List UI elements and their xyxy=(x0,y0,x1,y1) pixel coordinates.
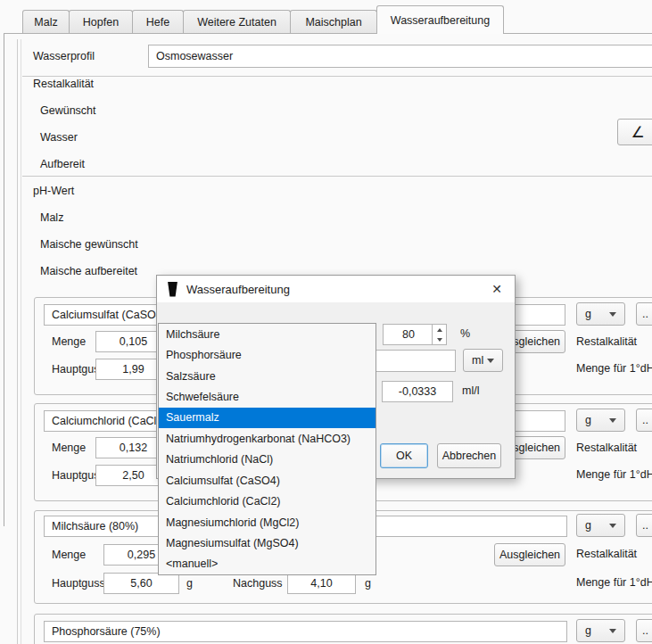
list-item[interactable]: Magnesiumsulfat (MgSO4) xyxy=(159,533,376,553)
wasserprofil-label: Wasserprofil xyxy=(33,50,95,63)
tab-label: Hopfen xyxy=(83,16,119,29)
addition-name: Calciumchlorid (CaCl2) xyxy=(52,415,167,427)
row-maische-gewuenscht-label: Maische gewünscht xyxy=(40,238,138,252)
list-item[interactable]: Magnesiumchlorid (MgCl2) xyxy=(159,512,376,533)
angle-adjust-button[interactable]: ∠ xyxy=(617,119,652,145)
list-item[interactable]: Calciumsulfat (CaSO4) xyxy=(159,470,376,491)
per-liter-field[interactable]: -0,0333 xyxy=(382,381,453,402)
list-item[interactable]: Natriumhydrogenkarbonat (NaHCO3) xyxy=(159,428,376,449)
per-liter-unit-label: ml/l xyxy=(462,384,479,398)
cancel-label: Abbrechen xyxy=(442,450,496,462)
menge-value: 0,132 xyxy=(120,442,147,454)
more-label: .. xyxy=(642,624,648,637)
scroll-area-border xyxy=(17,39,18,644)
tab-weitere-zutaten[interactable]: Weitere Zutaten xyxy=(183,10,291,33)
angle-icon: ∠ xyxy=(631,123,644,142)
more-button[interactable]: .. xyxy=(636,302,652,326)
row-aufbereit-label: Aufbereit xyxy=(40,158,85,171)
list-item[interactable]: Schwefelsäure xyxy=(159,386,376,407)
ausgleichen-button[interactable]: Ausgleichen xyxy=(494,543,565,566)
menge-value: 0,105 xyxy=(120,335,147,348)
unit-value: g xyxy=(585,519,591,532)
row-malz-label: Malz xyxy=(40,211,63,225)
addition-name: Milchsäure (80%) xyxy=(52,520,138,533)
more-button[interactable]: .. xyxy=(636,514,652,537)
list-item[interactable]: Calciumchlorid (CaCl2) xyxy=(159,491,376,511)
addition-name: Phosphorsäure (75%) xyxy=(52,625,161,638)
tab-wasseraufbereitung[interactable]: Wasseraufbereitung xyxy=(376,5,504,34)
ok-button[interactable]: OK xyxy=(380,443,428,468)
tabbar-baseline xyxy=(4,33,652,34)
percent-spinbox[interactable]: 80 xyxy=(383,324,447,345)
menge-label: Menge xyxy=(52,442,86,455)
list-item[interactable]: Salzsäure xyxy=(159,366,376,386)
ok-label: OK xyxy=(396,450,412,462)
nachguss-label: Nachguss xyxy=(233,577,283,590)
menge-1dh-label: Menge für 1°dH xyxy=(576,362,652,376)
more-label: .. xyxy=(642,519,648,532)
menge-label: Menge xyxy=(52,335,86,349)
ausgleichen-label: Ausgleichen xyxy=(499,549,560,561)
unit-value: g xyxy=(585,414,591,426)
list-item[interactable]: Milchsäure xyxy=(159,324,376,344)
hauptguss-label: Hauptguss xyxy=(52,577,105,590)
wasserprofil-value: Osmosewasser xyxy=(156,50,233,62)
wasserprofil-combobox[interactable]: Osmosewasser xyxy=(148,45,652,68)
viewport-border xyxy=(21,39,21,644)
unit-combobox[interactable]: g xyxy=(576,302,625,326)
percent-unit-label: % xyxy=(460,327,470,341)
spin-up-icon[interactable] xyxy=(433,325,446,334)
unit-combobox[interactable]: g xyxy=(576,409,625,432)
more-button[interactable]: .. xyxy=(636,409,652,432)
spin-down-icon[interactable] xyxy=(433,334,446,344)
spinner-buttons[interactable] xyxy=(432,325,446,344)
tab-hopfen[interactable]: Hopfen xyxy=(69,10,133,33)
hauptguss-field[interactable]: 5,60 xyxy=(103,573,179,594)
separator xyxy=(22,76,652,77)
tab-maischplan[interactable]: Maischplan xyxy=(290,10,377,33)
chevron-down-icon xyxy=(487,359,494,363)
hauptguss-value: 5,60 xyxy=(130,577,152,590)
restalkalitaet-section-title: Restalkalität xyxy=(33,78,94,91)
hauptguss-value: 2,50 xyxy=(122,469,144,482)
tab-hefe[interactable]: Hefe xyxy=(132,10,184,33)
hauptguss-unit-label: g xyxy=(186,577,193,590)
tab-label: Weitere Zutaten xyxy=(197,16,276,29)
chevron-down-icon xyxy=(609,524,616,528)
unit-combobox[interactable]: g xyxy=(576,619,625,642)
list-item-selected[interactable]: Sauermalz xyxy=(159,408,376,428)
row-gewuenscht-label: Gewünscht xyxy=(40,104,96,118)
addition-group-phosphorsaeure: Phosphorsäure (75%) g .. xyxy=(34,614,652,644)
list-item[interactable]: Phosphorsäure xyxy=(159,344,376,365)
tab-label: Malz xyxy=(34,16,57,29)
addition-name-combobox[interactable]: Phosphorsäure (75%) xyxy=(44,621,567,642)
menge-1dh-label: Menge für 1°dH xyxy=(576,576,652,590)
tab-label: Maischplan xyxy=(305,16,361,29)
list-item[interactable]: <manuell> xyxy=(159,554,376,574)
restalkalitaet-label: Restalkalität xyxy=(576,442,637,455)
substance-dropdown-list: Milchsäure Phosphorsäure Salzsäure Schwe… xyxy=(158,323,376,575)
dialog-unit-combobox[interactable]: ml xyxy=(463,349,503,372)
tab-malz[interactable]: Malz xyxy=(22,10,70,33)
addition-name: Calciumsulfat (CaSO4) xyxy=(52,309,166,321)
nachguss-value: 4,10 xyxy=(310,577,332,590)
nachguss-field[interactable]: 4,10 xyxy=(287,573,356,594)
nachguss-unit-label: g xyxy=(365,577,371,590)
restalkalitaet-label: Restalkalität xyxy=(576,548,637,561)
more-label: .. xyxy=(642,308,648,320)
tab-pane-border xyxy=(4,33,4,526)
more-button[interactable]: .. xyxy=(636,619,652,642)
row-wasser-label: Wasser xyxy=(40,131,78,144)
cancel-button[interactable]: Abbrechen xyxy=(437,443,501,468)
dialog-title: Wasseraufbereitung xyxy=(186,283,290,296)
ph-section-title: pH-Wert xyxy=(33,185,74,198)
more-label: .. xyxy=(642,414,648,426)
close-icon[interactable]: ✕ xyxy=(487,280,507,298)
dialog-titlebar[interactable]: Wasseraufbereitung xyxy=(157,276,515,302)
list-item[interactable]: Natriumchlorid (NaCl) xyxy=(159,450,376,470)
menge-1dh-label: Menge für 1°dH xyxy=(576,468,652,482)
unit-combobox[interactable]: g xyxy=(576,514,625,537)
beer-mug-icon xyxy=(167,282,178,297)
dialog-unit-value: ml xyxy=(472,354,483,367)
wasseraufbereitung-screen: Malz Hopfen Hefe Weitere Zutaten Maischp… xyxy=(0,0,652,644)
